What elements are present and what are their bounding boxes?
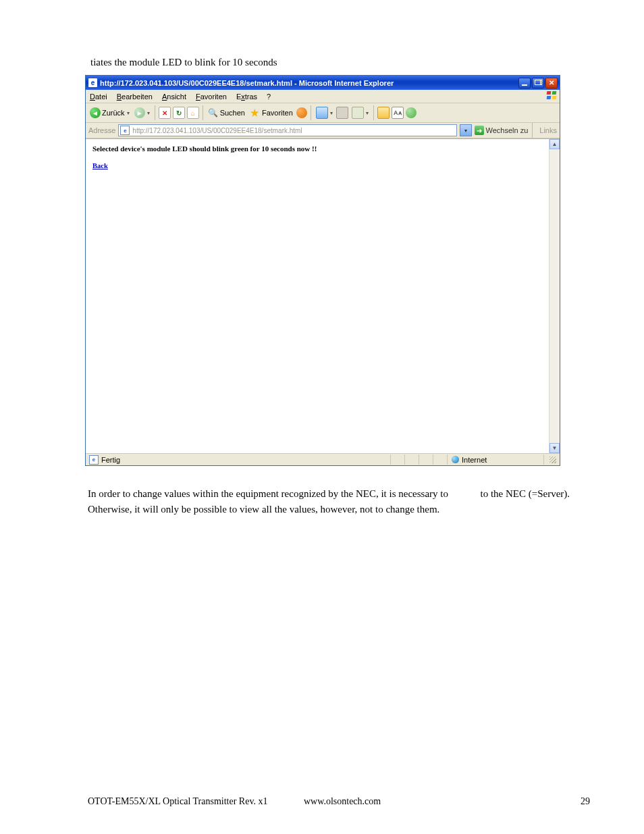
window-title: http://172.023.041.103/US/00C029EE4E18/s… [100,79,518,87]
toolbar: ◄ Zurück ▾ ► ▾ ✕ ↻ ⌂ 🔍 Suchen ★ Favorite… [86,103,560,123]
address-label: Adresse [88,126,115,134]
status-pane [390,454,404,465]
scrollbar[interactable]: ▲ ▼ [549,139,560,453]
footer-center: www.olsontech.com [304,796,581,807]
menu-extras[interactable]: Extras [236,93,257,101]
body-paragraph: In order to change values within the equ… [88,486,581,518]
status-text: Fertig [101,456,120,464]
statusbar: Fertig Internet [86,453,560,465]
forward-icon: ► [134,107,145,118]
page-content: Selected device's module LED should blin… [86,138,560,453]
edit-button[interactable]: ▾ [350,106,370,120]
star-icon: ★ [250,107,261,118]
folder-button[interactable] [377,107,390,119]
menu-hilfe[interactable]: ? [267,93,271,101]
links-label[interactable]: Links [539,126,557,134]
menubar: Datei Bearbeiten Ansicht Favoriten Extra… [86,90,560,103]
menu-ansicht[interactable]: Ansicht [162,93,186,101]
refresh-button[interactable]: ↻ [173,107,185,119]
forward-button[interactable]: ► ▾ [133,107,151,119]
stop-button[interactable]: ✕ [159,107,171,119]
back-icon: ◄ [90,107,101,118]
windows-flag-icon [546,90,557,100]
menu-datei[interactable]: Datei [90,93,107,101]
menu-favoriten[interactable]: Favoriten [196,93,227,101]
ie-icon [88,78,97,87]
home-button[interactable]: ⌂ [187,107,199,119]
address-url: http://172.023.041.103/US/00C029EE4E18/s… [132,127,302,134]
minimize-button[interactable] [518,78,531,88]
messenger-button[interactable] [406,107,417,118]
search-icon: 🔍 [208,107,219,118]
page-footer: OTOT-EM55X/XL Optical Transmitter Rev. x… [88,796,590,807]
media-button[interactable] [296,107,307,118]
page-icon [120,126,130,135]
edit-icon [352,107,364,119]
print-button[interactable] [336,107,348,119]
favorites-button[interactable]: ★ Favoriten [248,107,294,119]
footer-left: OTOT-EM55X/XL Optical Transmitter Rev. x… [88,796,304,807]
back-button[interactable]: ◄ Zurück ▾ [88,107,131,119]
chevron-down-icon[interactable]: ▾ [366,110,369,116]
menu-bearbeiten[interactable]: Bearbeiten [117,93,153,101]
status-message: Selected device's module LED should blin… [92,145,553,153]
figure-caption: tiates the module LED to blink for 10 se… [90,57,590,68]
scroll-up-button[interactable]: ▲ [549,139,560,149]
status-pane [419,454,433,465]
ie-window: http://172.023.041.103/US/00C029EE4E18/s… [85,75,560,466]
done-icon [89,455,99,465]
globe-icon [452,456,459,463]
text-size-button[interactable]: Aᴀ [392,107,404,119]
chevron-down-icon[interactable]: ▾ [127,110,130,116]
mail-button[interactable]: ▾ [315,106,334,120]
address-dropdown-button[interactable]: ▾ [460,124,472,136]
mail-icon [316,107,328,119]
resize-grip[interactable] [543,454,558,465]
back-link[interactable]: Back [92,162,553,170]
go-arrow-icon: ➔ [475,126,484,135]
status-pane [404,454,419,465]
footer-page-number: 29 [581,796,590,807]
chevron-down-icon[interactable]: ▾ [330,110,333,116]
security-zone: Internet [447,454,543,465]
status-pane [433,454,447,465]
search-button[interactable]: 🔍 Suchen [207,107,246,119]
chevron-down-icon[interactable]: ▾ [147,110,150,116]
close-button[interactable] [545,78,558,88]
go-button[interactable]: ➔ Wechseln zu [475,126,529,135]
address-input[interactable]: http://172.023.041.103/US/00C029EE4E18/s… [118,124,456,136]
titlebar: http://172.023.041.103/US/00C029EE4E18/s… [86,76,560,90]
addressbar: Adresse http://172.023.041.103/US/00C029… [86,123,560,138]
scroll-down-button[interactable]: ▼ [549,443,560,453]
restore-button[interactable] [532,78,544,88]
